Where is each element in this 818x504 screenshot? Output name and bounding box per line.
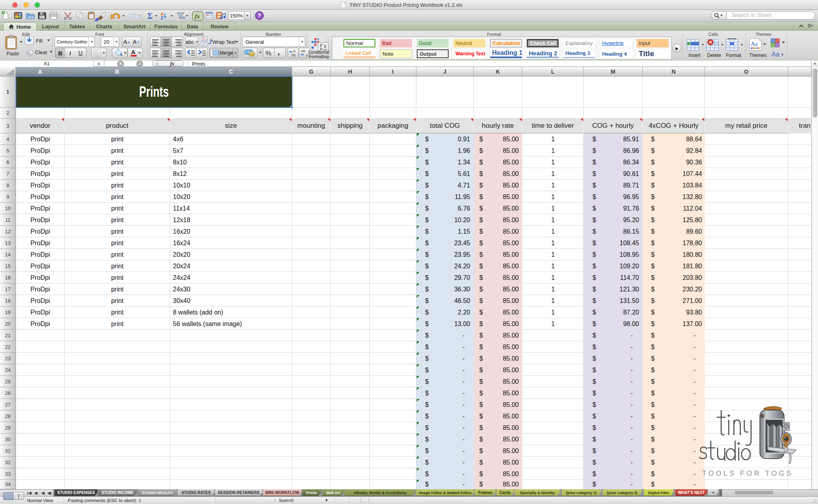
svg-text:A: A: [131, 49, 135, 55]
svg-text:Clear: Clear: [35, 49, 48, 55]
svg-text:%: %: [265, 49, 271, 57]
svg-text:.0: .0: [292, 49, 295, 53]
svg-text:Z: Z: [161, 16, 163, 20]
svg-text:Fill: Fill: [36, 38, 43, 44]
svg-text:.00: .00: [291, 53, 296, 57]
svg-text:fx: fx: [195, 13, 200, 20]
svg-text:,: ,: [278, 48, 280, 56]
svg-text:Wrap Text: Wrap Text: [212, 39, 235, 45]
svg-text:Σ: Σ: [147, 12, 153, 20]
svg-text:Aa: Aa: [751, 41, 758, 47]
